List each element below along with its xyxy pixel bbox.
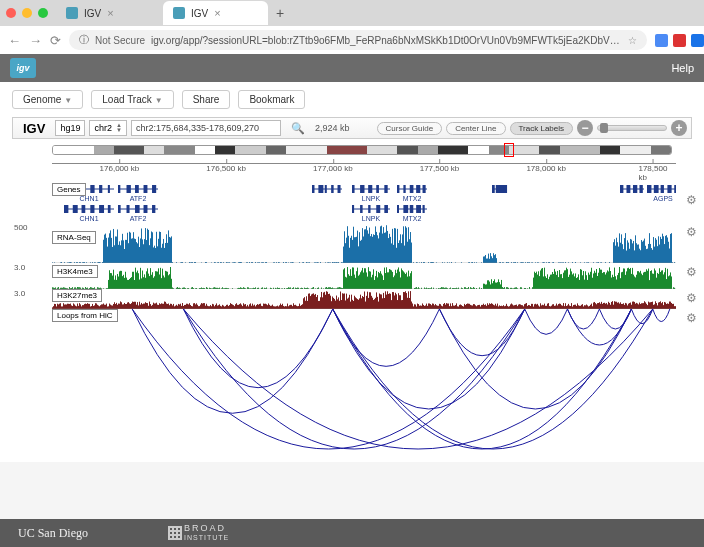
svg-rect-1602 [608, 302, 609, 309]
svg-rect-746 [345, 277, 346, 289]
svg-rect-560 [115, 275, 116, 289]
svg-rect-1326 [332, 296, 333, 309]
info-icon[interactable]: ⓘ [79, 33, 89, 47]
loops-track[interactable] [52, 309, 676, 454]
h3k27me3-track[interactable] [52, 289, 676, 309]
extension-icon[interactable] [691, 34, 704, 47]
svg-rect-1325 [331, 301, 332, 309]
svg-rect-1000 [629, 269, 630, 289]
svg-rect-1001 [630, 268, 631, 289]
svg-rect-343 [405, 226, 406, 263]
svg-rect-945 [574, 276, 575, 289]
genes-track[interactable]: CHN1ATF2LNPKMTX2AGPSPDE11CHN1ATF2LNPKMTX… [52, 183, 676, 223]
svg-rect-878 [497, 282, 498, 289]
svg-rect-1310 [316, 297, 317, 309]
zoom-slider[interactable] [597, 125, 667, 131]
svg-rect-962 [591, 268, 592, 289]
extension-icon[interactable] [655, 34, 668, 47]
svg-rect-150 [130, 233, 131, 263]
reload-icon[interactable]: ⟳ [50, 33, 61, 48]
svg-rect-1114 [120, 301, 121, 309]
track-label[interactable]: H3K4me3 [52, 265, 98, 278]
svg-text:ATF2: ATF2 [130, 195, 147, 202]
svg-rect-1638 [644, 301, 645, 309]
svg-rect-1354 [360, 295, 361, 309]
svg-rect-23 [360, 185, 364, 193]
locus-input[interactable] [131, 120, 281, 136]
svg-rect-812 [411, 271, 412, 289]
genome-select[interactable]: hg19 [55, 120, 85, 136]
gear-icon[interactable]: ⚙ [686, 193, 700, 207]
svg-rect-1402 [408, 291, 409, 309]
chrom-select[interactable]: chr2▲▼ [89, 120, 126, 136]
svg-rect-880 [499, 282, 500, 289]
track-label[interactable]: Genes [52, 183, 86, 196]
gear-icon[interactable]: ⚙ [686, 225, 700, 239]
svg-rect-1019 [648, 269, 649, 289]
h3k4me3-track[interactable] [52, 263, 676, 289]
browser-tab[interactable]: IGV × [163, 1, 268, 25]
track-labels-toggle[interactable]: Track Labels [510, 122, 574, 135]
close-tab-icon[interactable]: × [107, 7, 113, 19]
svg-rect-808 [407, 277, 408, 289]
forward-icon[interactable]: → [29, 33, 42, 48]
star-icon[interactable]: ☆ [628, 35, 637, 46]
gear-icon[interactable]: ⚙ [686, 265, 700, 279]
url-bar[interactable]: ⓘ Not Secure igv.org/app/?sessionURL=blo… [69, 30, 647, 50]
svg-rect-1365 [371, 296, 372, 309]
zoom-in-button[interactable]: + [671, 120, 687, 136]
gear-icon[interactable]: ⚙ [686, 291, 700, 305]
svg-rect-578 [133, 272, 134, 289]
minimize-window[interactable] [22, 8, 32, 18]
svg-rect-504 [670, 234, 671, 263]
svg-rect-868 [487, 280, 488, 289]
svg-rect-1335 [341, 300, 342, 309]
svg-rect-1371 [377, 297, 378, 309]
svg-rect-1314 [320, 297, 321, 309]
svg-rect-1297 [303, 298, 304, 309]
track-label[interactable]: RNA-Seq [52, 231, 96, 244]
cursor-guide-toggle[interactable]: Cursor Guide [377, 122, 443, 135]
svg-rect-301 [363, 236, 364, 263]
window-controls[interactable] [6, 8, 48, 18]
svg-rect-973 [602, 273, 603, 289]
svg-rect-1364 [370, 292, 371, 309]
svg-rect-165 [145, 228, 146, 263]
svg-rect-184 [164, 248, 165, 263]
close-window[interactable] [6, 8, 16, 18]
load-track-menu[interactable]: Load Track▼ [91, 90, 173, 109]
rnaseq-track[interactable] [52, 223, 676, 263]
close-tab-icon[interactable]: × [214, 7, 220, 19]
svg-rect-166 [146, 240, 147, 263]
gear-icon[interactable]: ⚙ [686, 311, 700, 325]
bookmark-button[interactable]: Bookmark [238, 90, 305, 109]
svg-rect-494 [660, 237, 661, 263]
extension-icon[interactable] [673, 34, 686, 47]
svg-rect-911 [540, 270, 541, 289]
genome-menu[interactable]: Genome▼ [12, 90, 83, 109]
track-label[interactable]: Loops from HiC [52, 309, 118, 322]
back-icon[interactable]: ← [8, 33, 21, 48]
zoom-out-button[interactable]: − [577, 120, 593, 136]
new-tab-button[interactable]: + [276, 5, 284, 21]
ideogram[interactable] [52, 145, 672, 159]
help-link[interactable]: Help [671, 62, 694, 74]
svg-rect-1350 [356, 298, 357, 309]
maximize-window[interactable] [38, 8, 48, 18]
center-line-toggle[interactable]: Center Line [446, 122, 505, 135]
app-label: IGV [17, 121, 51, 136]
browser-tab[interactable]: IGV × [56, 1, 161, 25]
track-label[interactable]: H3K27me3 [52, 289, 102, 302]
ruler[interactable]: 176,000 kb 176,500 kb 177,000 kb 177,500… [52, 163, 676, 183]
igv-logo[interactable]: igv [10, 58, 36, 78]
search-icon[interactable]: 🔍 [291, 122, 305, 135]
svg-rect-939 [568, 277, 569, 289]
svg-rect-1329 [335, 301, 336, 309]
svg-rect-804 [403, 271, 404, 289]
share-button[interactable]: Share [182, 90, 231, 109]
svg-rect-555 [110, 273, 111, 289]
svg-rect-811 [410, 273, 411, 289]
svg-rect-580 [135, 268, 136, 289]
svg-rect-997 [626, 271, 627, 289]
svg-rect-1026 [655, 271, 656, 289]
